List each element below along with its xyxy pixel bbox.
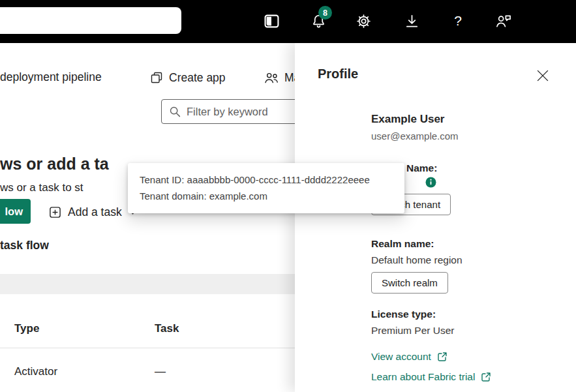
tooltip-tenant-id: Tenant ID: aaaabbbb-0000-cccc-1111-dddd2…	[140, 172, 393, 188]
people-icon	[264, 72, 279, 84]
settings-gear-icon[interactable]	[352, 9, 375, 33]
notification-count-badge: 8	[318, 6, 332, 20]
help-glyph: ?	[454, 13, 462, 29]
global-search-input[interactable]	[0, 7, 181, 34]
realm-name-value: Default home region	[371, 254, 462, 266]
help-icon[interactable]: ?	[446, 9, 470, 33]
download-icon[interactable]	[400, 9, 423, 33]
search-icon	[169, 106, 181, 117]
top-app-bar: 8 ?	[0, 0, 576, 43]
table-header-type: Type	[14, 322, 39, 335]
task-flow-section-title: task flow	[0, 239, 49, 252]
add-task-button[interactable]: Add a task	[49, 200, 137, 224]
realm-name-label: Realm name:	[371, 238, 434, 250]
page-subheading-fragment: ws or a task to st	[0, 181, 83, 194]
profile-panel: Profile Example User user@example.com Te…	[295, 43, 576, 392]
tenant-info-tooltip: Tenant ID: aaaabbbb-0000-cccc-1111-dddd2…	[128, 163, 404, 213]
cell-task: —	[155, 365, 166, 378]
table-header-task: Task	[155, 322, 179, 335]
create-app-icon	[150, 71, 163, 84]
table-toolbar-band	[0, 274, 300, 294]
switch-realm-button[interactable]: Switch realm	[371, 272, 448, 294]
license-type-label: License type:	[371, 309, 436, 320]
feedback-icon[interactable]	[492, 9, 515, 33]
notifications-bell-icon[interactable]: 8	[307, 9, 330, 33]
filter-input[interactable]	[187, 106, 304, 118]
close-icon[interactable]	[534, 67, 552, 85]
add-task-label: Add a task	[68, 205, 122, 219]
create-app-button[interactable]: Create app	[150, 68, 226, 87]
cell-type: Activator	[14, 365, 57, 378]
license-type-value: Premium Per User	[371, 325, 454, 337]
table-divider	[0, 348, 295, 348]
deployment-pipeline-button[interactable]: deployment pipeline	[0, 70, 102, 84]
external-link-icon	[481, 372, 491, 382]
view-account-link[interactable]: View account	[371, 351, 447, 363]
sidebar-toggle-icon[interactable]	[260, 9, 283, 33]
task-flow-primary-button[interactable]: low	[0, 199, 31, 224]
profile-user-name: Example User	[371, 113, 444, 126]
create-app-label: Create app	[169, 71, 226, 85]
add-square-icon	[49, 206, 61, 219]
profile-panel-title: Profile	[318, 67, 358, 82]
learn-fabric-trial-label: Learn about Fabric trial	[371, 371, 475, 383]
page-heading-fragment: ws or add a ta	[0, 155, 109, 173]
learn-fabric-trial-link[interactable]: Learn about Fabric trial	[371, 371, 491, 383]
info-icon[interactable]	[425, 177, 436, 188]
profile-user-email: user@example.com	[371, 130, 459, 142]
tooltip-tenant-domain: Tenant domain: example.com	[140, 188, 393, 204]
external-link-icon	[437, 352, 447, 362]
table-row[interactable]: Activator —	[0, 360, 295, 390]
view-account-label: View account	[371, 351, 431, 363]
